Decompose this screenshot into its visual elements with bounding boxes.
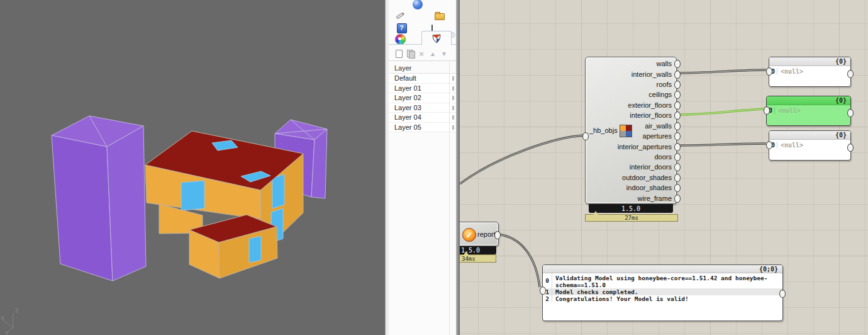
layer-row[interactable]: Layer 03 [389,103,456,113]
message-panel-header: {0;0} [543,265,782,273]
message-row-2: 2 Congratulations! Your Model is valid! [543,295,782,302]
hb-output-label: apertures [643,132,672,140]
panel-2-output-nub[interactable] [847,109,854,117]
move-down-icon[interactable]: ▼ [440,49,448,58]
hb-output-nub[interactable] [674,174,681,182]
hb-output-label: indoor_shades [626,184,672,191]
hb-faces-component[interactable]: _hb_objs walls interior_walls [585,57,677,204]
hb-output-row: ceilings [586,89,677,99]
layers-shield-icon [431,33,442,43]
validation-message-panel[interactable]: {0;0} 0 Validating Model using honeybee-… [542,264,783,321]
hb-output-list: walls interior_walls roofs ceili [586,59,677,203]
report-runtime-bar: 34ms [460,254,496,263]
hb-output-label: interior_walls [632,71,672,78]
hb-output-row: interior_walls [586,69,677,79]
panel-1-input-nub[interactable] [766,67,772,76]
message-output-nub[interactable] [779,290,786,298]
panel-1-header: {0} [769,57,850,66]
hb-output-nub[interactable] [674,153,681,161]
message-row-0: 0 Validating Model using honeybee-core==… [543,273,782,288]
layer-row[interactable]: Layer 01 [389,84,456,94]
hb-output-row: interior_floors [586,110,677,120]
layer-row[interactable]: Default [389,74,456,84]
rhino-viewport[interactable]: Z X Y [0,0,385,335]
delete-layer-icon[interactable]: × [417,49,426,58]
layer-row[interactable]: Layer 04 [389,113,456,123]
grasshopper-canvas[interactable]: _hb_objs walls interior_walls [460,0,868,335]
hb-output-nub[interactable] [674,122,681,130]
hb-output-label: air_walls [645,122,672,130]
panel-2-header: {0} [767,96,850,105]
hb-version-bar: 1.5.0 [589,204,673,213]
copy-layer-icon[interactable] [406,49,415,58]
axis-y-label: Y [5,330,9,335]
hb-output-label: interior_floors [630,111,672,119]
hb-output-nub[interactable] [674,195,681,203]
report-component[interactable]: ✓ report [460,222,499,246]
hb-output-row: walls [586,59,677,69]
null-panel-2-selected[interactable]: {0} 0<null> [766,96,851,126]
rhino-layers-panel: ? ⚙ × ▲ ▼ Layer Default Layer 01 [389,0,456,335]
report-check-icon: ✓ [462,228,476,242]
panel-2-input-nub[interactable] [764,106,770,115]
help-icon[interactable]: ? [396,23,407,33]
hb-output-row: interior_apertures [586,141,677,151]
report-label: report [477,230,496,238]
wire-hb-input[interactable] [460,135,584,184]
hb-output-row: interior_doors [586,162,677,172]
panel-3-output-nub[interactable] [847,144,854,152]
hb-output-label: roofs [657,81,672,88]
layer-list: Default Layer 01 Layer 02 Layer 03 Layer… [389,74,456,132]
folder-icon[interactable] [434,10,445,21]
hb-output-row: apertures [586,131,677,141]
report-runtime-tail [464,251,469,255]
hb-output-label: ceilings [648,91,672,98]
panel-3-value: <null> [777,142,803,149]
colorwheel-icon[interactable] [395,34,406,45]
hb-output-row: air_walls [586,121,677,131]
panel-3-input-nub[interactable] [766,141,772,149]
hb-output-row: exterior_floors [586,100,677,110]
panel-1-output-nub[interactable] [847,70,854,78]
message-row-1: 1 Model checks completed. [543,288,782,295]
hb-output-row: roofs [586,79,677,89]
panel-1-value: <null> [777,68,803,75]
layer-column-header: Layer [389,62,456,74]
layer-column-divider [449,62,450,335]
new-layer-icon[interactable] [394,49,403,58]
hb-output-row: wire_frame [586,193,677,203]
report-output-nub[interactable] [494,231,501,239]
hb-output-nub[interactable] [674,71,681,79]
hb-output-row: outdoor_shades [586,173,677,183]
hb-output-label: wire_frame [638,195,672,202]
sphere-icon[interactable] [412,0,423,9]
hb-output-label: exterior_floors [628,101,672,109]
panel-3-header: {0} [769,131,850,140]
layer-row[interactable]: Layer 05 [389,123,456,133]
axis-gizmo: Z X Y [1,307,19,335]
wire-report-output[interactable] [498,234,540,287]
tall-purple-box[interactable] [52,116,146,281]
panel-2-value: <null> [775,107,801,114]
axis-x-label: X [1,315,4,321]
hb-output-label: interior_apertures [618,143,672,150]
pencil-icon[interactable] [394,10,405,21]
tab-layers[interactable] [421,31,452,45]
null-panel-3[interactable]: {0} 0<null> [769,130,851,161]
hb-runtime-bar: 27ms [585,214,678,222]
hb-output-label: interior_doors [630,163,672,171]
hb-runtime-tail [593,211,598,215]
app-root: Z X Y ? ⚙ × ▲ ▼ [0,0,868,335]
hb-output-nub[interactable] [674,143,681,151]
null-panel-1[interactable]: {0} 0<null> [769,57,851,87]
hb-output-label: doors [654,153,672,161]
hb-output-nub[interactable] [674,81,681,89]
layer-row[interactable]: Layer 02 [389,93,456,103]
hb-output-nub[interactable] [674,101,681,110]
hb-output-label: outdoor_shades [622,174,672,181]
move-up-icon[interactable]: ▲ [428,49,437,58]
viewport-scene: Z X Y [0,0,385,335]
hb-output-label: walls [657,60,672,67]
hb-output-row: doors [586,152,677,162]
message-input-nub[interactable] [540,287,546,295]
